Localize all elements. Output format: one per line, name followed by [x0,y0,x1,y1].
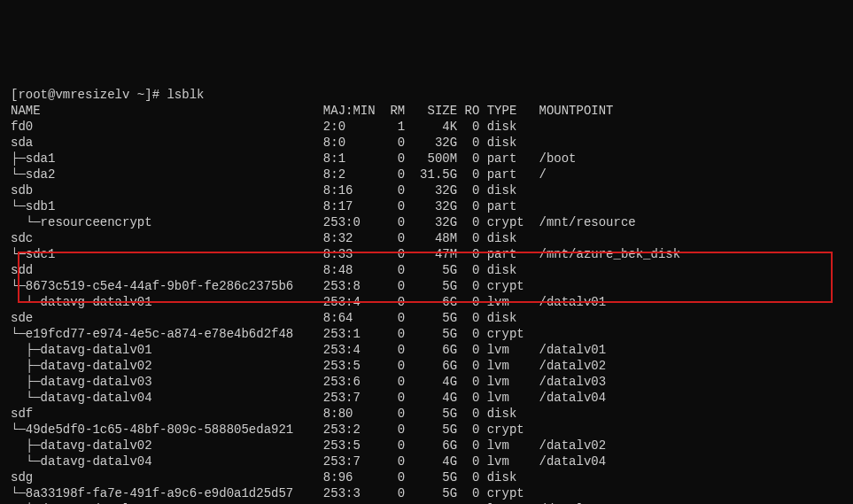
lsblk-row: ├─datavg-datalv01 253:4 0 6G 0 lvm /data… [11,342,842,358]
lsblk-row: ├─datavg-datalv03 253:6 0 4G 0 lvm /data… [11,374,842,390]
lsblk-row: ├─datavg-datalv02 253:5 0 6G 0 lvm /data… [11,438,842,454]
lsblk-row: └─resourceencrypt 253:0 0 32G 0 crypt /m… [11,214,842,230]
lsblk-row: sdc 8:32 0 48M 0 disk [11,230,842,246]
lsblk-row: sdf 8:80 0 5G 0 disk [11,406,842,422]
lsblk-row: fd0 2:0 1 4K 0 disk [11,119,842,135]
lsblk-row: sdg 8:96 0 5G 0 disk [11,469,842,485]
lsblk-row: └─8673c519-c5e4-44af-9b0f-fe286c2375b6 2… [11,278,842,294]
lsblk-row: ├─sda1 8:1 0 500M 0 part /boot [11,151,842,167]
lsblk-row: sdd 8:48 0 5G 0 disk [11,262,842,278]
lsblk-row: sdb 8:16 0 32G 0 disk [11,182,842,198]
lsblk-row: └─sdc1 8:33 0 47M 0 part /mnt/azure_bek_… [11,246,842,262]
lsblk-row: sda 8:0 0 32G 0 disk [11,135,842,151]
lsblk-header: NAME MAJ:MIN RM SIZE RO TYPE MOUNTPOINT [11,103,842,119]
lsblk-row: └─e19fcd77-e974-4e5c-a874-e78e4b6d2f48 2… [11,326,842,342]
lsblk-row: └─datavg-datalv04 253:7 0 4G 0 lvm /data… [11,390,842,406]
lsblk-row: └─sdb1 8:17 0 32G 0 part [11,198,842,214]
lsblk-row: └─datavg-datalv04 253:7 0 4G 0 lvm /data… [11,454,842,469]
lsblk-row: └─8a33198f-fa7e-491f-a9c6-e9d0a1d25d57 2… [11,485,842,501]
lsblk-row: └─sda2 8:2 0 31.5G 0 part / [11,167,842,182]
lsblk-row: └─49de5df0-1c65-48bf-809c-588805eda921 2… [11,422,842,438]
lsblk-row: sde 8:64 0 5G 0 disk [11,310,842,326]
lsblk-row: ├─datavg-datalv02 253:5 0 6G 0 lvm /data… [11,358,842,374]
lsblk-row: └─datavg-datalv01 253:4 0 6G 0 lvm /data… [11,294,842,310]
terminal-output: [root@vmresizelv ~]# lsblk NAME MAJ:MIN … [11,71,842,504]
command-prompt: [root@vmresizelv ~]# lsblk [11,88,204,102]
